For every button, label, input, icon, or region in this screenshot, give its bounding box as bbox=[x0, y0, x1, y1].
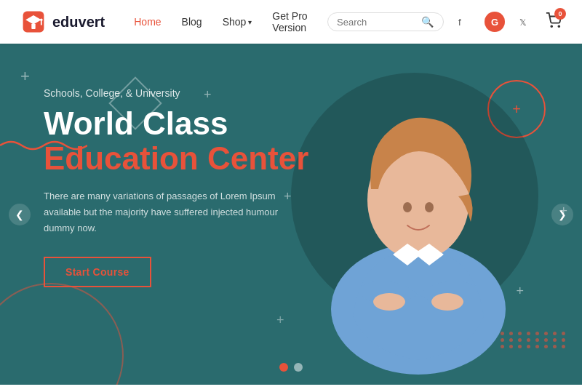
slider-next-button[interactable]: ❯ bbox=[551, 204, 573, 225]
nav-blog[interactable]: Blog bbox=[182, 16, 202, 28]
search-icon[interactable]: 🔍 bbox=[421, 16, 434, 28]
google-avatar[interactable]: G bbox=[485, 12, 505, 32]
svg-text:f: f bbox=[458, 17, 461, 28]
facebook-icon[interactable]: f bbox=[454, 12, 474, 32]
slider-prev-button[interactable]: ❮ bbox=[9, 204, 31, 225]
nav-links: Home Blog Shop ▾ Get Pro Version bbox=[134, 10, 327, 33]
search-bar: 🔍 bbox=[327, 12, 444, 31]
svg-rect-4 bbox=[41, 20, 42, 25]
navbar: eduvert Home Blog Shop ▾ Get Pro Version… bbox=[0, 0, 582, 44]
twitter-icon[interactable]: 𝕏 bbox=[515, 12, 535, 32]
start-course-button[interactable]: Start Course bbox=[44, 257, 151, 287]
svg-point-11 bbox=[403, 202, 412, 212]
svg-text:𝕏: 𝕏 bbox=[519, 17, 527, 28]
shop-chevron-icon: ▾ bbox=[248, 18, 252, 26]
cart-badge: 0 bbox=[554, 8, 566, 20]
svg-point-14 bbox=[431, 293, 463, 311]
deco-circle-bottom-left bbox=[0, 283, 124, 385]
svg-rect-2 bbox=[31, 24, 35, 29]
svg-point-8 bbox=[558, 25, 559, 27]
svg-point-13 bbox=[373, 293, 405, 311]
course-categories-section: Course Categories bbox=[0, 385, 582, 392]
slider-dots bbox=[279, 363, 303, 372]
graduation-cap-icon bbox=[20, 9, 47, 35]
nav-pro[interactable]: Get Pro Version bbox=[272, 10, 327, 33]
deco-plus-6: + bbox=[276, 313, 284, 328]
hero-title-white: World Class bbox=[44, 106, 308, 141]
nav-icons: f G 𝕏 0 bbox=[454, 12, 562, 32]
logo[interactable]: eduvert bbox=[20, 9, 105, 35]
hero-section: + + + + + + + bbox=[0, 44, 582, 385]
svg-point-12 bbox=[425, 202, 434, 212]
hero-content: Schools, College, & University World Cla… bbox=[44, 87, 308, 287]
deco-plus-1: + bbox=[20, 67, 30, 86]
search-input[interactable] bbox=[337, 17, 417, 28]
nav-home[interactable]: Home bbox=[134, 16, 161, 28]
slider-dot-2[interactable] bbox=[294, 363, 303, 372]
hero-person bbox=[295, 62, 542, 375]
slider-dot-1[interactable] bbox=[279, 363, 288, 372]
cart-icon[interactable]: 0 bbox=[546, 12, 562, 31]
hero-description: There are many variations of passages of… bbox=[44, 188, 291, 236]
hero-title-orange: Education Center bbox=[44, 141, 308, 176]
hero-subtitle: Schools, College, & University bbox=[44, 87, 308, 99]
svg-point-7 bbox=[551, 25, 552, 27]
logo-text: eduvert bbox=[52, 14, 105, 31]
nav-shop[interactable]: Shop ▾ bbox=[223, 16, 252, 28]
